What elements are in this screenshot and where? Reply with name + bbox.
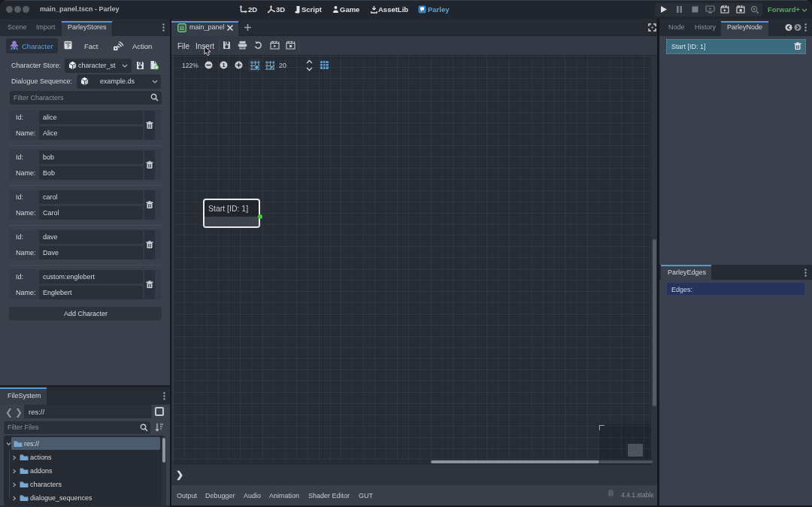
svg-text:1: 1 bbox=[222, 62, 226, 68]
svg-text:?: ? bbox=[66, 43, 70, 50]
